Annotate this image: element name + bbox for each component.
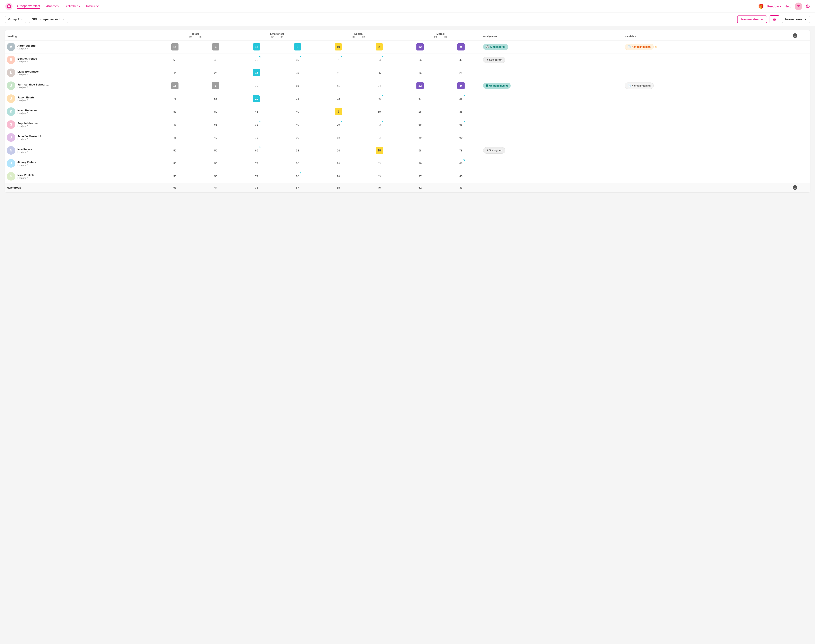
moreel-lln: 42 (441, 54, 481, 66)
row-info (780, 66, 810, 79)
handelen-cell (623, 144, 780, 157)
footer-sociaal-lln: 46 (359, 182, 400, 192)
info-icon[interactable]: ℹ (793, 33, 797, 38)
emotioneel-lln: 70 (277, 157, 318, 170)
analyseren-cell: ☰ Gedragsmeting (481, 79, 623, 92)
sociaal-lkr: 33 (318, 92, 359, 105)
moreel-lkr: 67 (400, 92, 441, 105)
emotioneel-lkr: 15 (236, 66, 277, 79)
student-cell: B Benthe Arends Leerjaar 7 (5, 54, 155, 66)
footer-totaal-lkr: 53 (155, 182, 195, 192)
new-afname-button[interactable]: Nieuwe afname (737, 15, 767, 23)
sociaal-lkr: 78 (318, 170, 359, 183)
handelen-cell (623, 105, 780, 118)
help-button[interactable]: Help (785, 5, 791, 8)
footer-moreel-lln: 33 (441, 182, 481, 192)
printer-icon (773, 17, 777, 21)
handelen-cell: 📄 Handelingsplan ⚠ (623, 40, 780, 54)
footer-emotioneel-lln: 57 (277, 182, 318, 192)
table-row: A Aaron Alberts Leerjaar 7 15 6 17 8 19 … (5, 40, 810, 54)
moreel-lkr: 12 (400, 79, 441, 92)
sociaal-lkr: 25 (318, 118, 359, 131)
footer-analyseren (481, 182, 623, 192)
feedback-button[interactable]: Feedback (767, 5, 781, 8)
table-row: K Koen Huisman Leerjaar 7 88 80 46 40 9 … (5, 105, 810, 118)
moreel-lln: 25 (441, 66, 481, 79)
student-name: Jason Everts (17, 96, 35, 99)
emotioneel-lkr: 32 (236, 118, 277, 131)
student-cell: N Nick Vrielink Leerjaar 7 (5, 170, 155, 183)
student-cell: J Jurriaan thoe Schwart... Leerjaar 7 (5, 79, 155, 92)
table-row: J Jennifer Oosterink Leerjaar 7 33 40 79… (5, 131, 810, 144)
moreel-lkr: 49 (400, 157, 441, 170)
action-handelingsplan-button[interactable]: 📄 Handelingsplan (624, 44, 654, 50)
normscores-dropdown[interactable]: Normscores ▼ (782, 16, 810, 23)
student-cell: J Jennifer Oosterink Leerjaar 7 (5, 131, 155, 144)
logo-icon[interactable] (5, 3, 13, 10)
emotioneel-lln: 70 (277, 131, 318, 144)
student-name: Noa Peters (17, 148, 32, 151)
table-row: J Jurriaan thoe Schwart... Leerjaar 7 15… (5, 79, 810, 92)
emotioneel-lkr: 79 (236, 157, 277, 170)
student-name: Lieke Berendsen (17, 70, 40, 73)
logout-icon[interactable]: ⏻ (806, 4, 810, 9)
emotioneel-lkr: 70 (236, 79, 277, 92)
moreel-lln: 9 (441, 40, 481, 54)
sociaal-lln: 43 (359, 118, 400, 131)
student-year: Leerjaar 7 (17, 177, 34, 179)
nav-bibliotheek[interactable]: Bibliotheek (65, 4, 80, 8)
student-name: Nick Vrielink (17, 173, 34, 177)
student-name: Benthe Arends (17, 57, 37, 60)
footer-info-icon[interactable]: ℹ (793, 185, 797, 190)
action-gedragsmeting-button[interactable]: ☰ Gedragsmeting (483, 83, 511, 89)
analyseren-cell (481, 92, 623, 105)
footer-label: Hele groep (5, 182, 155, 192)
nav-afnames[interactable]: Afnames (46, 4, 58, 8)
groep-dropdown[interactable]: Groep 7 ▼ (5, 16, 26, 23)
sociaal-lkr: 78 (318, 131, 359, 144)
handelen-cell (623, 170, 780, 183)
sociaal-lkr: 78 (318, 157, 359, 170)
moreel-lkr: 25 (400, 105, 441, 118)
main-nav: Groepsoverzicht Afnames Bibliotheek Inst… (17, 4, 758, 9)
student-name: Sophie Maatman (17, 122, 39, 125)
student-name: Jennifer Oosterink (17, 135, 42, 138)
table-row: N Nick Vrielink Leerjaar 7 50 50 79 70 7… (5, 170, 810, 183)
analyseren-cell (481, 66, 623, 79)
row-info (780, 92, 810, 105)
view-dropdown[interactable]: SEL groepsoverzicht ▼ (29, 16, 68, 23)
totaal-lkr: 50 (155, 157, 195, 170)
footer-info: ℹ (780, 182, 810, 192)
user-avatar[interactable]: JD (795, 3, 802, 10)
student-cell: K Koen Huisman Leerjaar 7 (5, 105, 155, 118)
student-year: Leerjaar 7 (17, 112, 37, 115)
analyseren-cell (481, 131, 623, 144)
student-cell: N Noa Peters Leerjaar 7 (5, 144, 155, 157)
totaal-lkr: 65 (155, 54, 195, 66)
emotioneel-lln: 40 (277, 105, 318, 118)
row-info (780, 105, 810, 118)
action-sociogram-button[interactable]: ✦ Sociogram (483, 147, 505, 153)
emotioneel-lln: 70 (277, 170, 318, 183)
nav-instructie[interactable]: Instructie (86, 4, 99, 8)
warn-icon: ⚠ (655, 45, 657, 48)
print-button[interactable] (770, 15, 780, 23)
totaal-lln: 40 (195, 131, 236, 144)
col-header-sociaal: Sociaal lkr lln (318, 30, 400, 40)
emotioneel-lln: 65 (277, 54, 318, 66)
action-handelingsplan-plain-button[interactable]: 📄 Handelingsplan (624, 83, 654, 89)
totaal-lln: 51 (195, 118, 236, 131)
moreel-lkr: 66 (400, 66, 441, 79)
totaal-lln: 50 (195, 157, 236, 170)
action-kindgesprek-button[interactable]: 💬 Kindgesprek (483, 44, 508, 50)
row-info (780, 170, 810, 183)
action-sociogram-button[interactable]: ✦ Sociogram (483, 57, 505, 63)
row-info (780, 54, 810, 66)
student-cell: J Jason Everts Leerjaar 7 (5, 92, 155, 105)
moreel-lln: 78 (441, 144, 481, 157)
student-year: Leerjaar 7 (17, 47, 35, 50)
table-row: N Noa Peters Leerjaar 7 50 50 69 54 54 1… (5, 144, 810, 157)
moreel-lkr: 65 (400, 118, 441, 131)
nav-groepsoverzicht[interactable]: Groepsoverzicht (17, 4, 40, 9)
gift-icon[interactable]: 🎁 (758, 4, 764, 9)
